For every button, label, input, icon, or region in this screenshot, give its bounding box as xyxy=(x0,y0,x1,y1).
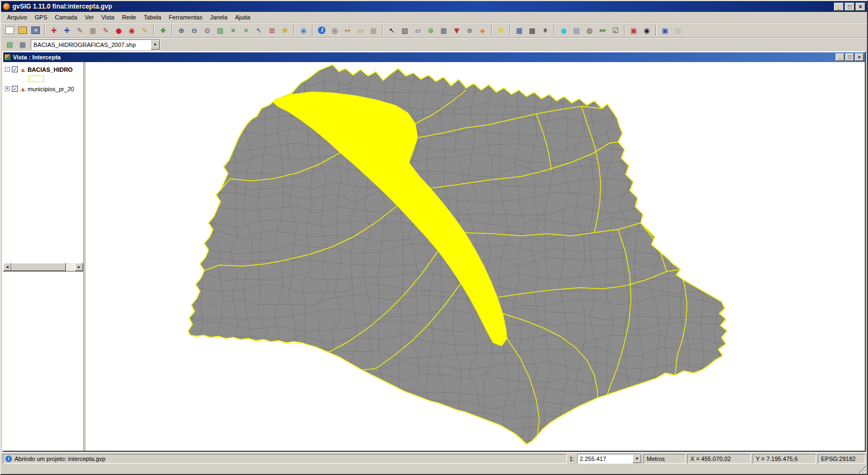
zoom-out-icon[interactable]: ⊖ xyxy=(188,24,201,37)
measure-area-icon[interactable]: ▱ xyxy=(354,24,367,37)
menu-gps[interactable]: GPS xyxy=(31,13,51,22)
save-project-icon[interactable]: ▪ xyxy=(29,24,42,37)
window-controls: _ □ × xyxy=(834,3,865,11)
active-layer-combo[interactable]: BACIAS_HIDROGRAFICAS_2007.shp ▼ xyxy=(31,39,160,50)
select-polygon-glyph: ▱ xyxy=(415,27,421,34)
export-image-icon[interactable]: ▦ xyxy=(86,24,99,37)
layer-checkbox[interactable]: ✓ xyxy=(12,86,18,92)
scrollbar-track[interactable] xyxy=(11,263,75,271)
maximize-button[interactable]: □ xyxy=(845,3,855,11)
view-title: Vista : Intercepta xyxy=(13,54,833,60)
toolbox-icon[interactable]: ♦ xyxy=(539,24,552,37)
scale-bar-icon[interactable]: ▤ xyxy=(570,24,583,37)
layer-tree: -✓▲BACIAS_HIDRO+✓▲municipios_pr_20 xyxy=(3,62,83,263)
geometry-check-glyph: ☑ xyxy=(612,27,619,34)
open-project-icon[interactable] xyxy=(16,24,29,37)
layer-label[interactable]: BACIAS_HIDRO xyxy=(28,66,73,73)
map-svg[interactable] xyxy=(86,62,865,451)
scale-combo[interactable]: 2.255.417 ▼ xyxy=(577,454,642,464)
gps-tools-icon[interactable]: ✚ xyxy=(48,24,60,37)
export-view-icon[interactable]: ▣ xyxy=(659,24,672,37)
select-polygon-icon[interactable]: ▱ xyxy=(411,24,424,37)
toc-horizontal-scrollbar[interactable]: ◄ ► xyxy=(3,263,83,271)
symbology-icon[interactable]: ● xyxy=(557,24,570,37)
close-button[interactable]: × xyxy=(856,3,865,11)
minimize-button[interactable]: _ xyxy=(834,3,844,11)
select-pointer-icon[interactable]: ↖ xyxy=(385,24,398,37)
tree-expander[interactable]: - xyxy=(5,67,10,72)
color-table-icon[interactable]: ✎ xyxy=(99,24,112,37)
stop-route-icon[interactable]: ◉ xyxy=(125,24,138,37)
select-rectangle-icon[interactable]: ▧ xyxy=(398,24,411,37)
select-from-table-icon[interactable]: ▦ xyxy=(437,24,450,37)
script-console-icon[interactable]: ✎ xyxy=(73,24,86,37)
edit-vertex-icon[interactable]: ✕ xyxy=(227,24,240,37)
zoom-to-selection-icon[interactable]: ⊕ xyxy=(463,24,476,37)
menu-ajuda[interactable]: Ajuda xyxy=(231,13,254,22)
menu-tabela[interactable]: Tabela xyxy=(140,13,165,22)
layer-label[interactable]: municipios_pr_20 xyxy=(28,86,74,92)
add-layer-icon[interactable]: ❖ xyxy=(157,24,169,37)
hyperlink-icon[interactable]: ⊛ xyxy=(424,24,437,37)
script-console-glyph: ✎ xyxy=(77,27,83,34)
menu-vista[interactable]: Vista xyxy=(98,13,118,22)
menu-ferramentas[interactable]: Ferramentas xyxy=(165,13,206,22)
map-canvas[interactable] xyxy=(86,62,865,451)
menu-arquivo[interactable]: Arquivo xyxy=(3,13,31,22)
view-title-bar[interactable]: Vista : Intercepta _ □ × xyxy=(3,52,865,62)
new-project-icon[interactable] xyxy=(3,24,16,37)
attribute-table-icon[interactable]: ▦ xyxy=(513,24,526,37)
record-route-glyph: ● xyxy=(116,27,121,34)
view-minimize-button[interactable]: _ xyxy=(836,53,844,61)
edit-topology-icon[interactable]: ✕ xyxy=(240,24,253,37)
view-restore-button[interactable]: □ xyxy=(845,53,854,61)
info-icon[interactable]: i xyxy=(315,24,328,37)
map-tip-icon[interactable]: ◉ xyxy=(297,24,310,37)
locator-icon[interactable]: ◎ xyxy=(328,24,341,37)
zoom-in-icon[interactable]: ⊕ xyxy=(175,24,188,37)
resize-grip-icon[interactable] xyxy=(859,466,866,473)
filter-icon[interactable]: ▼ xyxy=(494,24,507,37)
zoom-to-layer-icon[interactable]: ⊞ xyxy=(266,24,279,37)
magnifier-icon[interactable]: ◉ xyxy=(640,24,653,37)
zoom-previous-glyph: ⊙ xyxy=(205,27,211,34)
toolbar-separator xyxy=(655,25,656,36)
scroll-left-button[interactable]: ◄ xyxy=(3,263,11,271)
screen-capture-icon[interactable]: ▣ xyxy=(627,24,640,37)
center-to-point-icon[interactable]: ◈ xyxy=(476,24,489,37)
menu-rede[interactable]: Rede xyxy=(118,13,140,22)
toolbar-separator xyxy=(312,25,313,36)
scroll-right-button[interactable]: ► xyxy=(75,263,83,271)
scrollbar-thumb[interactable] xyxy=(11,263,66,271)
hyperlink-glyph: ⊛ xyxy=(428,27,434,34)
record-route-icon[interactable]: ● xyxy=(112,24,125,37)
zoom-out-glyph: ⊖ xyxy=(192,27,198,34)
table-manager-icon[interactable]: ▦ xyxy=(16,38,29,51)
info-glyph: i xyxy=(318,26,326,34)
invert-selection-icon[interactable]: ▼ xyxy=(450,24,463,37)
pixel-inspector-icon[interactable]: ▩ xyxy=(526,24,539,37)
menu-janela[interactable]: Janela xyxy=(206,13,231,22)
tree-expander[interactable]: + xyxy=(5,86,10,91)
filter-glyph: ▼ xyxy=(498,27,504,34)
add-event-layer-icon[interactable]: ▤ xyxy=(3,38,16,51)
pan-icon[interactable]: ✥ xyxy=(279,24,291,37)
zoom-previous-icon[interactable]: ⊙ xyxy=(201,24,214,37)
geometry-check-icon[interactable]: ☑ xyxy=(609,24,622,37)
menu-ver[interactable]: Ver xyxy=(81,13,98,22)
view-close-button[interactable]: × xyxy=(855,53,864,61)
combo-dropdown-button[interactable]: ▼ xyxy=(151,40,160,50)
export-annotations-icon[interactable]: ✎ xyxy=(138,24,151,37)
menu-camada[interactable]: Camada xyxy=(51,13,82,22)
scale-dropdown-button[interactable]: ▼ xyxy=(633,454,641,463)
histogram-icon[interactable]: ▨ xyxy=(672,24,684,37)
layer-checkbox[interactable]: ✓ xyxy=(12,66,18,72)
georeferencing-glyph: ✚ xyxy=(64,27,70,34)
clear-view-icon[interactable]: ▩ xyxy=(367,24,380,37)
pan-previous-icon[interactable]: ↖ xyxy=(253,24,266,37)
view-locator-icon[interactable]: ◍ xyxy=(583,24,596,37)
georeferencing-icon[interactable]: ✚ xyxy=(60,24,73,37)
zoom-full-icon[interactable]: ▤ xyxy=(214,24,227,37)
annotation-icon[interactable]: ae xyxy=(596,24,609,37)
measure-distance-icon[interactable]: ↔ xyxy=(341,24,354,37)
